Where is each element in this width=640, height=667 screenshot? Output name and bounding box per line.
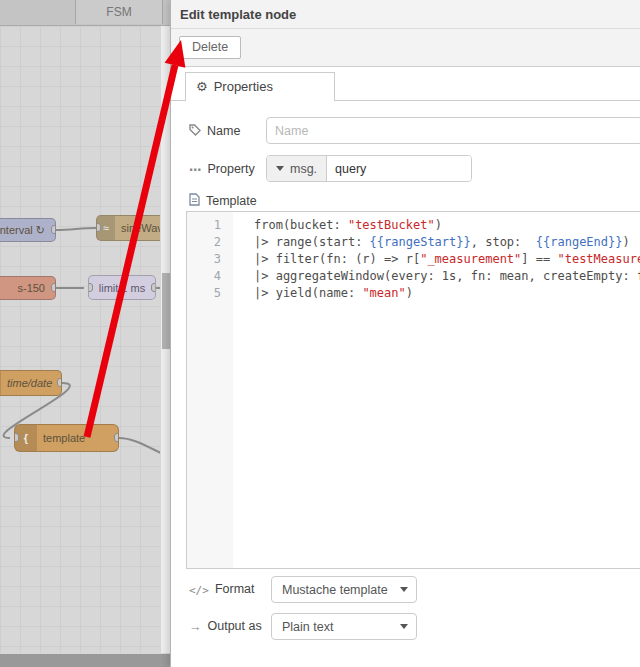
arrow-right-icon: → [189, 620, 202, 634]
code-line: 2|> range(start: {{rangeStart}}, stop: {… [187, 234, 640, 251]
template-label: Template [189, 193, 257, 209]
code-line: 5|> yield(name: "mean") [187, 285, 640, 302]
property-value-input[interactable] [327, 156, 471, 181]
edit-tray: Edit template node Delete ⚙Properties Na… [170, 0, 640, 667]
format-label: </>Format [189, 582, 254, 597]
msg-type-label: msg. [290, 162, 317, 176]
name-input[interactable] [266, 117, 640, 144]
canvas-dim-overlay [0, 0, 170, 667]
flow-canvas[interactable]: FSM interval ↻ ≈ sineWave s-150 limit 1 … [0, 0, 170, 667]
tab-properties-label: Properties [214, 79, 273, 94]
chevron-down-icon [400, 624, 408, 629]
template-label-text: Template [206, 194, 257, 208]
canvas-hscrollbar[interactable] [0, 654, 170, 667]
chevron-down-icon [400, 587, 408, 592]
output-select-value: Plain text [282, 620, 400, 634]
template-editor-lines: 1from(bucket: "testBucket")2|> range(sta… [187, 217, 640, 302]
output-label: →Output as [189, 619, 262, 634]
name-label-text: Name [207, 124, 240, 138]
code-line: 4|> aggregateWindow(every: 1s, fn: mean,… [187, 268, 640, 285]
delete-button[interactable]: Delete [179, 36, 241, 59]
format-label-text: Format [215, 582, 255, 596]
tab-row: ⚙Properties [171, 72, 640, 101]
property-typed-input: msg. [266, 155, 472, 182]
tray-header: Edit template node [171, 0, 640, 29]
msg-type-button[interactable]: msg. [267, 156, 327, 181]
document-icon [189, 193, 200, 209]
output-select[interactable]: Plain text [271, 613, 417, 640]
gear-icon: ⚙ [196, 79, 208, 94]
tab-properties[interactable]: ⚙Properties [185, 72, 335, 101]
vscrollbar-thumb[interactable] [162, 273, 170, 349]
name-label: Name [189, 124, 240, 139]
tray-toolbar: Delete [171, 29, 640, 67]
code-line: 3|> filter(fn: (r) => r["_measurement"] … [187, 251, 640, 268]
code-icon: </> [189, 584, 209, 597]
property-label-text: Property [208, 162, 255, 176]
app-root: FSM interval ↻ ≈ sineWave s-150 limit 1 … [0, 0, 640, 667]
format-select[interactable]: Mustache template [271, 576, 417, 603]
tag-icon [189, 124, 201, 139]
code-line: 1from(bucket: "testBucket") [187, 217, 640, 234]
format-select-value: Mustache template [282, 583, 400, 597]
template-editor[interactable]: 1from(bucket: "testBucket")2|> range(sta… [186, 211, 640, 569]
property-label: ⋯Property [189, 162, 255, 177]
ellipsis-icon: ⋯ [189, 162, 202, 177]
output-label-text: Output as [208, 619, 262, 633]
tray-title: Edit template node [180, 7, 296, 22]
chevron-down-icon [276, 166, 284, 171]
